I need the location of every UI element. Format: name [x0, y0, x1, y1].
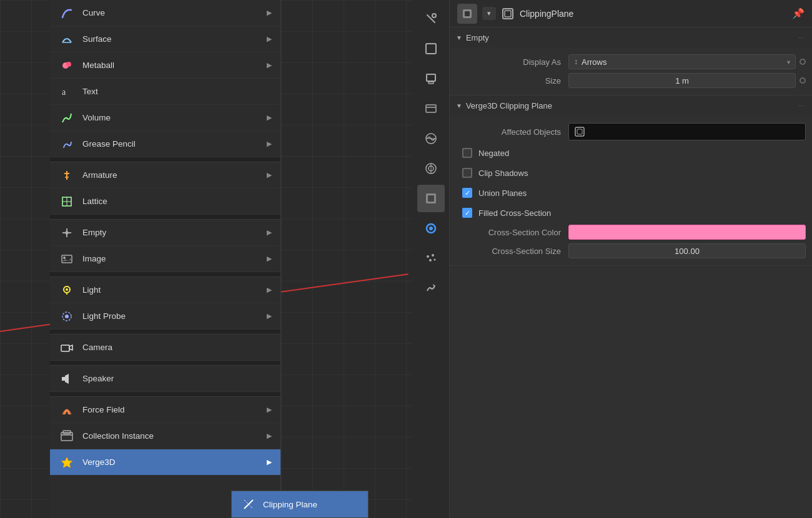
svg-point-43: [429, 227, 433, 230]
label-empty-0: Display As: [462, 57, 568, 67]
checkbox-verge3d_clipping-1[interactable]: [462, 148, 472, 158]
menu-item-empty[interactable]: Empty▶: [50, 220, 280, 246]
sidebar-icon-world[interactable]: [417, 155, 445, 182]
dropdown-empty-0[interactable]: ↕ Arrows ▾: [568, 54, 796, 69]
menu-item-force_field[interactable]: Force Field▶: [50, 397, 280, 423]
camera-label: Camera: [82, 343, 272, 352]
svg-marker-27: [62, 457, 72, 467]
surface-icon: [59, 31, 75, 47]
label-verge3d_clipping-0: Affected Objects: [462, 127, 568, 137]
armature-label: Armature: [82, 170, 267, 180]
svg-line-28: [427, 15, 435, 22]
row-verge3d_clipping-5: Cross-Section Color: [450, 223, 812, 242]
menu-item-light[interactable]: Light▶: [50, 277, 280, 303]
dot-empty-0[interactable]: [800, 59, 806, 65]
submenu-item-clipping_plane[interactable]: Clipping Plane: [232, 491, 368, 517]
menu-item-verge3d[interactable]: Verge3D▶: [50, 449, 280, 476]
svg-point-46: [429, 259, 432, 261]
header-dropdown-button[interactable]: [457, 4, 477, 24]
color-swatch-5[interactable]: [568, 225, 806, 240]
force_field-label: Force Field: [82, 405, 267, 414]
row-empty-0: Display As ↕ Arrows ▾: [450, 52, 812, 71]
pin-button[interactable]: 📌: [792, 7, 805, 19]
force_field-arrow: ▶: [267, 406, 272, 414]
svg-text:a: a: [62, 87, 66, 97]
menu-item-collection_instance[interactable]: Collection Instance▶: [50, 423, 280, 449]
light_probe-arrow: ▶: [267, 312, 272, 320]
sidebar-icon-object_props[interactable]: [417, 185, 445, 212]
sidebar-icon-scene[interactable]: [417, 125, 445, 152]
number-empty-1[interactable]: 1 m: [568, 73, 796, 88]
svg-rect-49: [465, 11, 470, 16]
grease_pencil-arrow: ▶: [267, 140, 272, 148]
section-options-verge3d_clipping[interactable]: ⋯: [798, 102, 806, 109]
header-title-area: ClippingPlane: [501, 7, 787, 21]
empty-icon: [59, 225, 75, 241]
grease_pencil-icon: [59, 136, 75, 152]
menu-item-curve[interactable]: Curve▶: [50, 0, 280, 26]
sidebar-icon-modifier[interactable]: [417, 215, 445, 242]
svg-rect-20: [61, 345, 69, 351]
menu-item-metaball[interactable]: Metaball▶: [50, 52, 280, 79]
object-select-0[interactable]: [568, 123, 806, 140]
menu-item-light_probe[interactable]: Light Probe▶: [50, 303, 280, 330]
checkbox-row-verge3d_clipping-4: ✓ Filled Cross-Section: [450, 203, 812, 223]
menu-item-lattice[interactable]: Lattice: [50, 188, 280, 215]
sidebar-icon-object[interactable]: [417, 35, 445, 62]
sidebar-strip: [412, 0, 450, 518]
verge3d-submenu: Clipping Plane: [231, 491, 369, 518]
speaker-label: Speaker: [82, 374, 272, 383]
label-verge3d_clipping-6: Cross-Section Size: [462, 247, 568, 256]
empty-label: Empty: [82, 228, 267, 237]
menu-item-text[interactable]: aText: [50, 79, 280, 105]
control-verge3d_clipping-5: [568, 225, 806, 240]
checkbox-label-verge3d_clipping-3: Union Planes: [478, 188, 527, 198]
menu-item-grease_pencil[interactable]: Grease Pencil▶: [50, 131, 280, 157]
text-icon: a: [59, 84, 75, 100]
label-empty-1: Size: [462, 76, 568, 86]
header-mode-dropdown[interactable]: ▾: [482, 7, 496, 20]
sidebar-icon-view_layer[interactable]: [417, 95, 445, 122]
menu-item-armature[interactable]: Armature▶: [50, 162, 280, 188]
control-empty-1: 1 m: [568, 73, 806, 88]
svg-rect-41: [428, 195, 434, 202]
section-header-verge3d_clipping[interactable]: ▼ Verge3D Clipping Plane ⋯: [450, 95, 812, 115]
control-verge3d_clipping-6: 100.00: [568, 243, 806, 258]
menu-item-volume[interactable]: Volume▶: [50, 105, 280, 131]
svg-point-29: [432, 14, 436, 17]
menu-item-image[interactable]: Image▶: [50, 246, 280, 272]
checkbox-verge3d_clipping-3[interactable]: ✓: [462, 188, 472, 198]
menu-item-camera[interactable]: Camera: [50, 335, 280, 361]
sidebar-icon-particles[interactable]: [417, 245, 445, 272]
section-title-verge3d_clipping: Verge3D Clipping Plane: [466, 101, 552, 110]
checkbox-row-verge3d_clipping-3: ✓ Union Planes: [450, 183, 812, 203]
section-options-empty[interactable]: ⋯: [798, 34, 806, 41]
number-verge3d_clipping-6[interactable]: 100.00: [568, 243, 806, 258]
lattice-label: Lattice: [82, 197, 272, 206]
section-triangle-empty: ▼: [456, 34, 462, 41]
checkbox-verge3d_clipping-2[interactable]: [462, 168, 472, 178]
verge3d-arrow: ▶: [267, 458, 272, 466]
submenu-clipping_plane-label: Clipping Plane: [263, 500, 317, 509]
sidebar-icon-tool[interactable]: [417, 5, 445, 32]
svg-rect-52: [575, 127, 584, 136]
sidebar-icon-output[interactable]: [417, 65, 445, 92]
svg-point-47: [433, 259, 435, 261]
dot-empty-1[interactable]: [800, 77, 806, 84]
light-arrow: ▶: [267, 286, 272, 294]
section-content-empty: Display As ↕ Arrows ▾ Size 1 m: [450, 47, 812, 95]
properties-panel: ▾ ClippingPlane 📌 ▼ Empty ⋯ Display As ↕…: [450, 0, 812, 518]
volume-icon: [59, 110, 75, 126]
section-title-empty: Empty: [466, 33, 489, 42]
armature-arrow: ▶: [267, 171, 272, 179]
light-icon: [59, 282, 75, 298]
menu-item-speaker[interactable]: Speaker: [50, 366, 280, 392]
collection_instance-icon: [59, 428, 75, 444]
sidebar-icon-physics[interactable]: [417, 275, 445, 302]
checkbox-label-verge3d_clipping-4: Filled Cross-Section: [478, 208, 551, 218]
checkbox-verge3d_clipping-4[interactable]: ✓: [462, 208, 472, 218]
label-verge3d_clipping-5: Cross-Section Color: [462, 228, 568, 237]
row-empty-1: Size 1 m: [450, 71, 812, 90]
section-header-empty[interactable]: ▼ Empty ⋯: [450, 27, 812, 47]
menu-item-surface[interactable]: Surface▶: [50, 26, 280, 52]
